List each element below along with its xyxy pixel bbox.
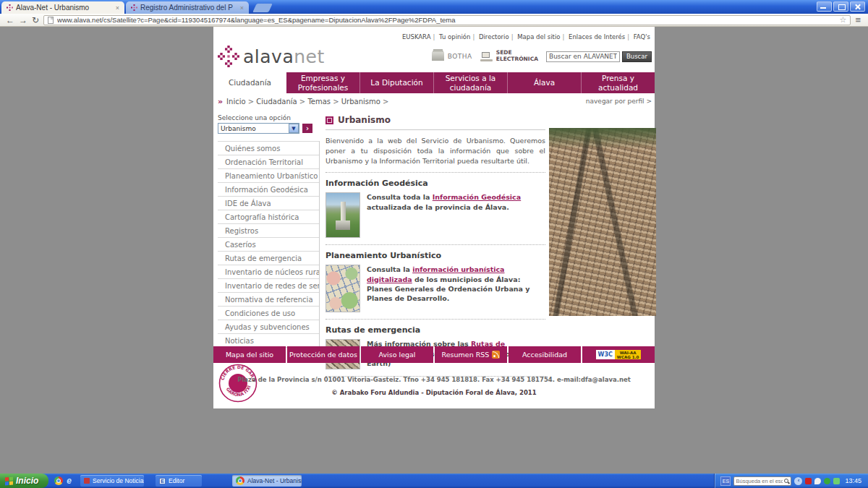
internet-explorer-icon[interactable]: e (67, 476, 72, 485)
geodesic-vertex-photo[interactable] (326, 192, 360, 238)
link-enlaces[interactable]: Enlaces de Interés (569, 33, 625, 40)
footer-link-rss[interactable]: Resumen RSS (435, 346, 507, 363)
desktop-search-input[interactable] (734, 478, 784, 484)
restore-icon (834, 2, 848, 11)
link-directorio[interactable]: Directorio (479, 33, 509, 40)
wai-aa-badge[interactable]: W3C WAI-AAWCAG 1.0 (596, 350, 642, 359)
browser-menu-icon[interactable]: ≡ (855, 14, 862, 25)
nav-tab-ciudadania[interactable]: Ciudadanía (213, 72, 286, 93)
select-label: Seleccione una opción (218, 114, 320, 121)
navigate-by-profile-link[interactable]: navegar por perfil > (586, 98, 652, 105)
start-button[interactable]: Inicio (0, 474, 48, 488)
go-button[interactable]: › (302, 124, 312, 133)
task-editor[interactable]: E Editor (156, 475, 202, 487)
task-alavanet[interactable]: Alava-Net - Urbanism... (232, 475, 302, 487)
update-tray-icon[interactable] (833, 478, 840, 484)
urban-plan-map-image[interactable] (326, 265, 360, 312)
link-euskara[interactable]: EUSKARA (402, 33, 431, 40)
crumb-inicio[interactable]: Inicio (226, 98, 256, 106)
topic-selector: Urbanismo ▼ › (218, 123, 320, 134)
tab-close-icon[interactable]: × (240, 4, 244, 12)
crumb-urbanismo[interactable]: Urbanismo (341, 98, 389, 106)
sidebar-item-registros[interactable]: Registros (218, 223, 319, 237)
botha-papers-icon (432, 52, 444, 61)
section-square-icon (326, 116, 333, 124)
back-button[interactable]: ← (6, 16, 14, 25)
sidebar-item-noticias[interactable]: Noticias (218, 333, 319, 347)
chevron-down-icon[interactable]: ▼ (289, 124, 299, 133)
footer-link-accesibilidad[interactable]: Accesibilidad (509, 346, 581, 363)
task-servicio-noticias[interactable]: Servicio de Noticias (80, 475, 144, 487)
nav-tab-prensa[interactable]: Prensa y actualidad (581, 72, 655, 93)
registro-favicon (131, 4, 137, 11)
sidebar-item-ide-de-alava[interactable]: IDE de Álava (218, 196, 319, 210)
taskbar: Inicio e Servicio de Noticias E Editor A… (0, 474, 868, 488)
dotted-divider (326, 244, 545, 245)
sidebar-item-normativa[interactable]: Normativa de referencia (218, 292, 319, 306)
window-titlebar: Alava-Net - Urbanismo × Registro Adminis… (0, 0, 868, 14)
bookmark-star-icon[interactable]: ☆ (840, 15, 847, 25)
sidebar-item-informacion-geodesica[interactable]: Información Geodésica (218, 182, 319, 196)
forward-button[interactable]: → (19, 16, 27, 25)
tab-close-icon[interactable]: × (116, 4, 119, 12)
language-indicator[interactable]: ES (720, 476, 731, 486)
minimize-button[interactable] (817, 1, 832, 12)
sede-electronica-link[interactable]: SEDEELECTRÓNICA (480, 50, 538, 62)
editor-icon: E (159, 478, 166, 484)
sidebar-item-cartografia-historica[interactable]: Cartografía histórica (218, 210, 319, 223)
chrome-icon[interactable] (54, 476, 63, 485)
reload-button[interactable]: ↻ (32, 16, 39, 25)
chrome-icon (236, 476, 244, 485)
sidebar-item-ayudas[interactable]: Ayudas y subvenciones (218, 320, 319, 333)
restore-button[interactable] (833, 1, 848, 12)
address-bar[interactable]: www.alava.net/cs/Satellite?c=Page&cid=11… (43, 15, 851, 25)
tray-collapse-icon[interactable]: ‹ (794, 477, 802, 485)
footer-link-proteccion[interactable]: Protección de datos (287, 346, 359, 363)
sidebar-item-rutas-de-emergencia[interactable]: Rutas de emergencia (218, 251, 319, 265)
windows-flag-icon (5, 476, 13, 485)
footer-link-aviso[interactable]: Aviso legal (361, 346, 433, 363)
logo-wordmark: alavanet (243, 46, 325, 67)
informacion-geodesica-link[interactable]: Información Geodésica (433, 193, 521, 201)
link-faqs[interactable]: FAQ's (634, 33, 650, 40)
tab-registro[interactable]: Registro Administrativo del P × (126, 1, 249, 14)
nav-tab-diputacion[interactable]: La Diputación (359, 72, 433, 93)
new-tab-button[interactable] (252, 4, 273, 12)
content-area: Seleccione una opción Urbanismo ▼ › Quié… (213, 108, 655, 382)
nav-tab-servicios[interactable]: Servicios a la ciudadanía (433, 72, 507, 93)
nav-tab-empresas[interactable]: Empresas y Profesionales (286, 72, 359, 93)
botha-link[interactable]: BOTHA (432, 52, 472, 61)
sidebar-item-inventario-nucleos[interactable]: Inventario de núcleos rurales (218, 265, 319, 278)
window-controls (817, 0, 868, 13)
search-button[interactable]: Buscar (622, 51, 652, 62)
alavanet-logo[interactable]: alavanet (218, 46, 325, 67)
footer-link-mapa[interactable]: Mapa del sitio (213, 346, 286, 363)
close-button[interactable] (850, 1, 865, 12)
link-tu-opinion[interactable]: Tu opinión (439, 33, 470, 40)
crumb-ciudadania[interactable]: Ciudadanía (256, 98, 307, 106)
link-mapa-del-sitio[interactable]: Mapa del sitio (517, 33, 560, 40)
desktop-search-box[interactable] (733, 476, 791, 486)
sidebar-item-condiciones[interactable]: Condiciones de uso (218, 306, 319, 320)
crumb-temas[interactable]: Temas (307, 98, 341, 106)
url-text[interactable]: www.alava.net/cs/Satellite?c=Page&cid=11… (57, 16, 835, 24)
address-line: Plaza de la Provincia s/n 01001 Vitoria-… (213, 376, 655, 383)
antivirus-tray-icon[interactable] (824, 478, 830, 484)
sidebar-item-ordenacion-territorial[interactable]: Ordenación Territorial (218, 155, 319, 168)
search-input[interactable] (546, 51, 620, 62)
adobe-tray-icon[interactable] (805, 478, 812, 484)
topic-select[interactable]: Urbanismo ▼ (218, 123, 299, 134)
sidebar-item-caserios[interactable]: Caseríos (218, 237, 319, 251)
tab-title: Registro Administrativo del P (140, 4, 237, 12)
nav-tab-alava[interactable]: Álava (507, 72, 581, 93)
footer-bar: Mapa del sitio Protección de datos Aviso… (213, 346, 655, 363)
breadcrumb: InicioCiudadaníaTemasUrbanismo (226, 98, 388, 106)
sidebar-item-inventario-redes[interactable]: Inventario de redes de servicio (218, 278, 319, 292)
sidebar-item-planeamiento-urbanistico[interactable]: Planeamiento Urbanístico (218, 168, 319, 182)
sidebar-item-quienes-somos[interactable]: Quiénes somos (218, 141, 319, 155)
dotted-divider (326, 172, 545, 173)
rss-icon (492, 351, 500, 359)
messenger-tray-icon[interactable] (814, 478, 821, 484)
tab-alavanet[interactable]: Alava-Net - Urbanismo × (1, 1, 124, 14)
browser-toolbar: ← → ↻ www.alava.net/cs/Satellite?c=Page&… (0, 14, 868, 27)
